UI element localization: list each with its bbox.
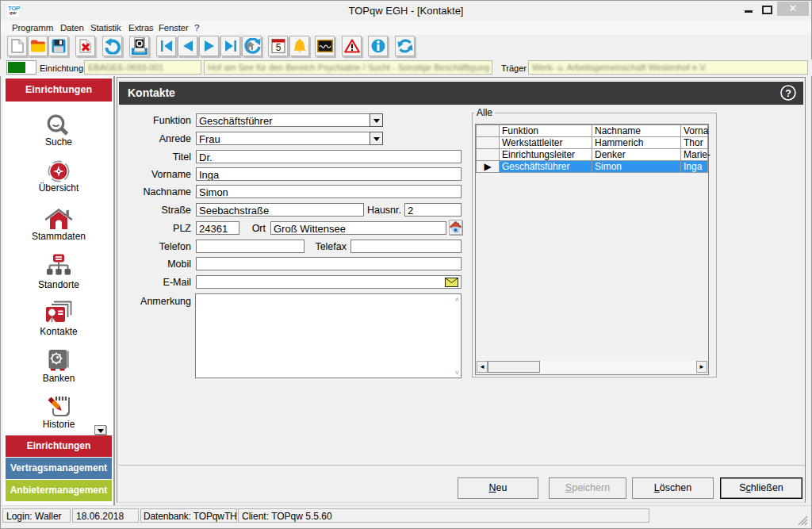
svg-text:5: 5 xyxy=(275,42,281,53)
svg-text:?: ? xyxy=(785,88,791,99)
